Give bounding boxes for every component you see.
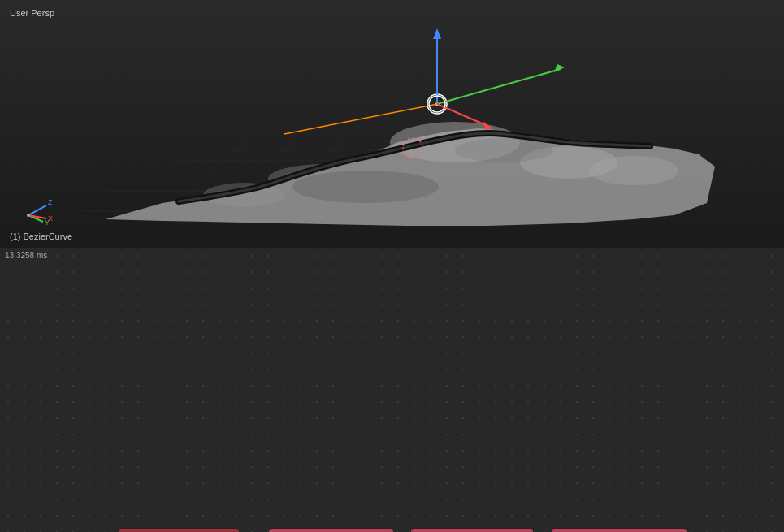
node-header-ray-cast: Ray Cast BVHTree	[269, 529, 393, 532]
svg-point-40	[27, 214, 30, 217]
object-label: (1) BezierCurve	[10, 231, 72, 241]
node-header-spline: Spline from Points	[411, 529, 533, 532]
svg-point-22	[455, 138, 552, 162]
node-spline-from-points: Spline from Points Spline Poly Points	[410, 528, 534, 532]
svg-point-20	[589, 156, 678, 185]
viewport: Z Y X User Persp (1) BezierCurve	[0, 0, 784, 248]
node-ray-cast-bvh: Ray Cast BVHTree Locations Start in Infi…	[268, 528, 394, 532]
svg-text:Z: Z	[48, 198, 53, 206]
timer-display: 13.3258 ms	[5, 251, 47, 260]
node-curve-output: Curve Object Output Object Target ✕ ＋ 🖉	[551, 528, 687, 532]
node-header-curve-output: Curve Object Output	[552, 529, 687, 532]
node-header-construct-bvh: Construct BVHTree	[119, 529, 239, 532]
node-editor: 13.3258 ms Construct BVHTree BVHTree Sou…	[0, 248, 784, 532]
svg-point-21	[292, 171, 439, 203]
svg-text:X: X	[48, 214, 53, 223]
node-construct-bvh: Construct BVHTree BVHTree Source Object …	[118, 528, 240, 532]
viewport-label: User Persp	[10, 8, 54, 18]
